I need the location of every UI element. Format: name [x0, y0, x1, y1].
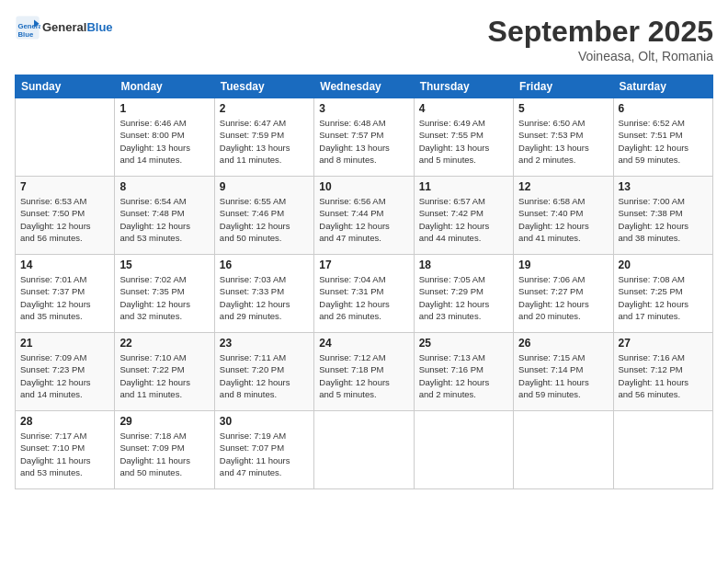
table-row: 3Sunrise: 6:48 AMSunset: 7:57 PMDaylight…: [314, 98, 414, 177]
svg-text:Blue: Blue: [18, 30, 34, 39]
day-number: 24: [319, 337, 408, 350]
table-row: [314, 411, 414, 489]
day-number: 15: [119, 259, 209, 271]
day-info: Sunrise: 7:10 AMSunset: 7:22 PMDaylight:…: [119, 351, 209, 400]
col-thursday: Thursday: [414, 75, 513, 98]
calendar-week-1: 1Sunrise: 6:46 AMSunset: 8:00 PMDaylight…: [16, 98, 713, 177]
table-row: 19Sunrise: 7:06 AMSunset: 7:27 PMDayligh…: [514, 255, 613, 333]
calendar-week-4: 21Sunrise: 7:09 AMSunset: 7:23 PMDayligh…: [16, 333, 713, 411]
col-wednesday: Wednesday: [314, 75, 414, 98]
day-info: Sunrise: 7:01 AMSunset: 7:37 PMDaylight:…: [20, 273, 109, 322]
table-row: 10Sunrise: 6:56 AMSunset: 7:44 PMDayligh…: [314, 177, 414, 255]
calendar-week-3: 14Sunrise: 7:01 AMSunset: 7:37 PMDayligh…: [16, 255, 713, 333]
day-info: Sunrise: 6:58 AMSunset: 7:40 PMDaylight:…: [518, 195, 608, 244]
day-number: 9: [220, 180, 309, 193]
table-row: 13Sunrise: 7:00 AMSunset: 7:38 PMDayligh…: [613, 177, 712, 255]
day-info: Sunrise: 6:47 AMSunset: 7:59 PMDaylight:…: [220, 117, 309, 166]
table-row: 2Sunrise: 6:47 AMSunset: 7:59 PMDaylight…: [214, 98, 313, 177]
day-number: 21: [20, 337, 109, 350]
table-row: 5Sunrise: 6:50 AMSunset: 7:53 PMDaylight…: [514, 98, 613, 177]
day-number: 6: [619, 102, 708, 115]
day-info: Sunrise: 6:48 AMSunset: 7:57 PMDaylight:…: [319, 117, 408, 166]
day-info: Sunrise: 6:50 AMSunset: 7:53 PMDaylight:…: [518, 117, 608, 166]
day-number: 5: [518, 102, 608, 115]
day-number: 17: [319, 259, 408, 271]
table-row: 4Sunrise: 6:49 AMSunset: 7:55 PMDaylight…: [414, 98, 513, 177]
day-number: 12: [518, 180, 608, 193]
table-row: 30Sunrise: 7:19 AMSunset: 7:07 PMDayligh…: [214, 411, 313, 489]
title-block: September 2025 Voineasa, Olt, Romania: [488, 15, 713, 63]
day-info: Sunrise: 7:19 AMSunset: 7:07 PMDaylight:…: [220, 430, 309, 478]
table-row: 12Sunrise: 6:58 AMSunset: 7:40 PMDayligh…: [514, 177, 613, 255]
day-info: Sunrise: 6:46 AMSunset: 8:00 PMDaylight:…: [119, 117, 209, 166]
day-number: 10: [319, 180, 408, 193]
day-number: 23: [220, 337, 309, 350]
day-number: 13: [619, 180, 708, 193]
day-info: Sunrise: 7:08 AMSunset: 7:25 PMDaylight:…: [619, 273, 708, 322]
col-tuesday: Tuesday: [214, 75, 313, 98]
table-row: 7Sunrise: 6:53 AMSunset: 7:50 PMDaylight…: [16, 177, 115, 255]
col-friday: Friday: [514, 75, 613, 98]
day-number: 20: [619, 259, 708, 271]
day-info: Sunrise: 6:57 AMSunset: 7:42 PMDaylight:…: [419, 195, 508, 244]
table-row: [514, 411, 613, 489]
calendar-week-5: 28Sunrise: 7:17 AMSunset: 7:10 PMDayligh…: [16, 411, 713, 489]
day-info: Sunrise: 7:11 AMSunset: 7:20 PMDaylight:…: [220, 351, 309, 400]
table-row: 11Sunrise: 6:57 AMSunset: 7:42 PMDayligh…: [414, 177, 513, 255]
day-number: 7: [20, 180, 109, 193]
day-info: Sunrise: 6:53 AMSunset: 7:50 PMDaylight:…: [20, 195, 109, 244]
day-number: 28: [20, 415, 109, 428]
table-row: 16Sunrise: 7:03 AMSunset: 7:33 PMDayligh…: [214, 255, 313, 333]
day-info: Sunrise: 6:56 AMSunset: 7:44 PMDaylight:…: [319, 195, 408, 244]
table-row: 8Sunrise: 6:54 AMSunset: 7:48 PMDaylight…: [115, 177, 214, 255]
calendar-table: Sunday Monday Tuesday Wednesday Thursday…: [15, 75, 713, 489]
day-info: Sunrise: 7:18 AMSunset: 7:09 PMDaylight:…: [119, 430, 209, 478]
day-number: 4: [419, 102, 508, 115]
table-row: 27Sunrise: 7:16 AMSunset: 7:12 PMDayligh…: [613, 333, 712, 411]
day-number: 26: [518, 337, 608, 350]
day-number: 11: [419, 180, 508, 193]
day-info: Sunrise: 7:12 AMSunset: 7:18 PMDaylight:…: [319, 351, 408, 400]
day-info: Sunrise: 7:05 AMSunset: 7:29 PMDaylight:…: [419, 273, 508, 322]
day-info: Sunrise: 7:04 AMSunset: 7:31 PMDaylight:…: [319, 273, 408, 322]
table-row: 25Sunrise: 7:13 AMSunset: 7:16 PMDayligh…: [414, 333, 513, 411]
table-row: 1Sunrise: 6:46 AMSunset: 8:00 PMDaylight…: [115, 98, 214, 177]
day-number: 8: [119, 180, 209, 193]
day-info: Sunrise: 7:06 AMSunset: 7:27 PMDaylight:…: [518, 273, 608, 322]
logo-blue: Blue: [86, 20, 112, 34]
day-number: 27: [619, 337, 708, 350]
page-header: General Blue GeneralBlue September 2025 …: [15, 15, 713, 63]
day-info: Sunrise: 6:49 AMSunset: 7:55 PMDaylight:…: [419, 117, 508, 166]
day-info: Sunrise: 7:16 AMSunset: 7:12 PMDaylight:…: [619, 351, 708, 400]
day-number: 3: [319, 102, 408, 115]
day-number: 25: [419, 337, 508, 350]
day-number: 18: [419, 259, 508, 271]
table-row: 26Sunrise: 7:15 AMSunset: 7:14 PMDayligh…: [514, 333, 613, 411]
day-info: Sunrise: 7:17 AMSunset: 7:10 PMDaylight:…: [20, 430, 109, 478]
day-number: 1: [119, 102, 209, 115]
day-info: Sunrise: 7:15 AMSunset: 7:14 PMDaylight:…: [518, 351, 608, 400]
col-monday: Monday: [115, 75, 214, 98]
table-row: 23Sunrise: 7:11 AMSunset: 7:20 PMDayligh…: [214, 333, 313, 411]
table-row: 15Sunrise: 7:02 AMSunset: 7:35 PMDayligh…: [115, 255, 214, 333]
table-row: [414, 411, 513, 489]
col-saturday: Saturday: [613, 75, 712, 98]
table-row: 9Sunrise: 6:55 AMSunset: 7:46 PMDaylight…: [214, 177, 313, 255]
logo: General Blue GeneralBlue: [15, 15, 113, 40]
table-row: 14Sunrise: 7:01 AMSunset: 7:37 PMDayligh…: [16, 255, 115, 333]
day-info: Sunrise: 7:09 AMSunset: 7:23 PMDaylight:…: [20, 351, 109, 400]
day-number: 2: [220, 102, 309, 115]
day-number: 30: [220, 415, 309, 428]
day-info: Sunrise: 7:13 AMSunset: 7:16 PMDaylight:…: [419, 351, 508, 400]
day-info: Sunrise: 7:02 AMSunset: 7:35 PMDaylight:…: [119, 273, 209, 322]
table-row: 6Sunrise: 6:52 AMSunset: 7:51 PMDaylight…: [613, 98, 712, 177]
day-number: 22: [119, 337, 209, 350]
table-row: [16, 98, 115, 177]
table-row: 29Sunrise: 7:18 AMSunset: 7:09 PMDayligh…: [115, 411, 214, 489]
day-info: Sunrise: 7:00 AMSunset: 7:38 PMDaylight:…: [619, 195, 708, 244]
table-row: 28Sunrise: 7:17 AMSunset: 7:10 PMDayligh…: [16, 411, 115, 489]
table-row: 21Sunrise: 7:09 AMSunset: 7:23 PMDayligh…: [16, 333, 115, 411]
calendar-week-2: 7Sunrise: 6:53 AMSunset: 7:50 PMDaylight…: [16, 177, 713, 255]
month-title: September 2025: [488, 15, 713, 49]
table-row: 17Sunrise: 7:04 AMSunset: 7:31 PMDayligh…: [314, 255, 414, 333]
